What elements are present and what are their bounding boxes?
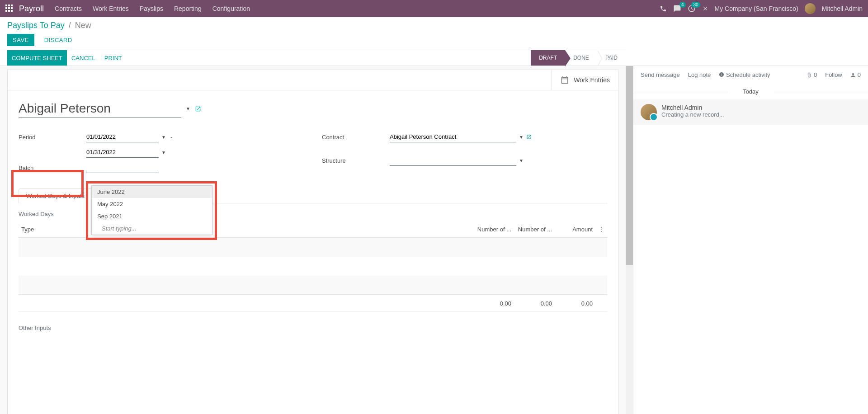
period-to-input[interactable] [86,147,159,158]
form-area: Work Entries ▼ Period [0,66,626,414]
username[interactable]: Mitchell Admin [822,5,863,12]
phone-icon[interactable] [660,5,667,12]
employee-field[interactable] [19,99,181,118]
apps-icon[interactable] [5,5,14,13]
chatter-today-divider: Today [633,84,868,99]
scrollbar-thumb[interactable] [626,66,633,265]
col-description[interactable]: Description [168,221,473,238]
message-author: Mitchell Admin [661,104,724,111]
chatter: Send message Log note Schedule activity … [633,66,868,414]
chat-icon[interactable]: 4 [673,5,681,13]
statusbar: COMPUTE SHEET CANCEL PRINT DRAFT DONE PA… [0,50,626,66]
log-note-button[interactable]: Log note [688,71,711,78]
batch-option-sep-2021[interactable]: Sep 2021 [92,210,212,222]
breadcrumb: Payslips To Pay / New [7,21,861,30]
control-panel: Payslips To Pay / New SAVE DISCARD [0,17,868,50]
batch-start-typing[interactable]: Start typing... [92,222,212,235]
activity-icon[interactable]: 30 [688,5,696,13]
discard-button[interactable]: DISCARD [39,34,78,46]
external-link-icon[interactable] [195,106,201,112]
message-text: Creating a new record... [661,111,724,118]
nav-reporting[interactable]: Reporting [174,5,202,12]
period-label: Period [19,134,86,141]
batch-input[interactable] [86,162,159,173]
total-num1: 0.00 [473,295,514,312]
compute-sheet-button[interactable]: COMPUTE SHEET [7,50,67,66]
schedule-activity-button[interactable]: Schedule activity [719,71,770,78]
contract-label: Contract [322,134,390,141]
nav-contracts[interactable]: Contracts [55,5,82,12]
activity-badge: 30 [691,2,700,8]
company-selector[interactable]: My Company (San Francisco) [715,5,798,12]
structure-label: Structure [322,157,390,164]
save-button[interactable]: SAVE [7,34,34,46]
caret-down-icon[interactable]: ▼ [519,135,524,140]
cancel-button[interactable]: CANCEL [67,50,100,66]
message-avatar [641,104,657,120]
contract-input[interactable] [390,132,516,142]
batch-option-june-2022[interactable]: June 2022 [92,186,212,198]
follow-button[interactable]: Follow [825,71,842,78]
caret-down-icon[interactable]: ▼ [161,135,166,140]
attachments-count[interactable]: 0 [807,71,817,78]
followers-count[interactable]: 0 [850,71,861,78]
period-from-input[interactable] [86,132,159,142]
total-num2: 0.00 [514,295,555,312]
table-row [19,238,607,257]
total-amount: 0.00 [555,295,595,312]
scrollbar[interactable] [626,66,633,414]
nav-work-entries[interactable]: Work Entries [93,5,129,12]
topbar: Payroll Contracts Work Entries Payslips … [0,0,868,17]
breadcrumb-current: New [75,21,91,30]
table-row [19,276,607,295]
batch-dropdown: June 2022 May 2022 Sep 2021 Start typing… [91,185,212,235]
send-message-button[interactable]: Send message [641,71,680,78]
batch-option-may-2022[interactable]: May 2022 [92,198,212,210]
work-entries-button[interactable]: Work Entries [552,70,618,90]
table-row [19,257,607,276]
tab-worked-days[interactable]: Worked Days & Inputs [19,188,92,203]
col-number-of-1[interactable]: Number of ... [473,221,514,238]
nav-menu: Contracts Work Entries Payslips Reportin… [55,5,660,12]
caret-down-icon[interactable]: ▼ [519,158,524,163]
nav-configuration[interactable]: Configuration [212,5,250,12]
work-entries-label: Work Entries [574,76,610,84]
status-draft[interactable]: DRAFT [531,50,565,66]
structure-input[interactable] [390,155,516,166]
contract-external-link-icon[interactable] [526,134,532,140]
print-button[interactable]: PRINT [100,50,127,66]
chat-badge: 4 [679,2,686,8]
totals-row: 0.00 0.00 0.00 [19,295,607,312]
caret-down-icon[interactable]: ▼ [161,150,166,155]
employee-caret-icon[interactable]: ▼ [186,106,190,111]
user-avatar[interactable] [805,3,816,14]
breadcrumb-parent[interactable]: Payslips To Pay [7,21,65,30]
app-title: Payroll [19,4,44,14]
calendar-icon [560,75,569,85]
nav-payslips[interactable]: Payslips [140,5,163,12]
form-sheet: Work Entries ▼ Period [7,70,618,414]
kebab-icon[interactable]: ⋮ [598,226,604,233]
chatter-message: Mitchell Admin Creating a new record... [633,99,868,125]
close-tray-icon[interactable] [702,5,708,12]
col-number-of-2[interactable]: Number of ... [514,221,555,238]
batch-label: Batch [19,165,86,171]
other-inputs-section: Other Inputs [19,325,607,331]
col-amount[interactable]: Amount [555,221,595,238]
